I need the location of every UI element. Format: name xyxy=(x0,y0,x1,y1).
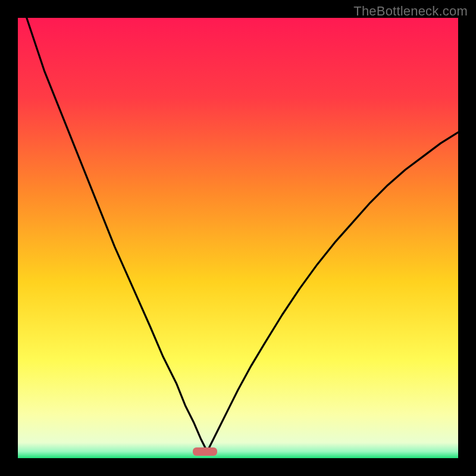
optimum-marker xyxy=(193,447,217,455)
bottleneck-curve xyxy=(18,18,458,458)
chart-frame xyxy=(18,18,458,458)
watermark-text: TheBottleneck.com xyxy=(353,4,468,19)
